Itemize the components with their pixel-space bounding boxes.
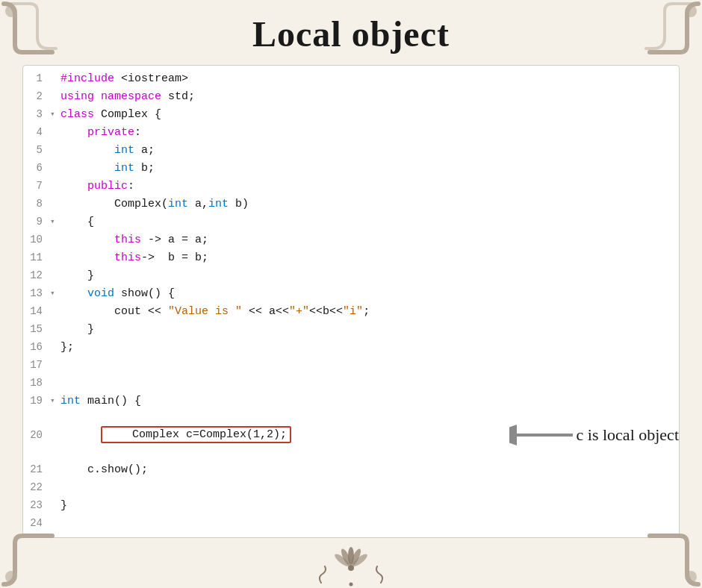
line-number: 10 — [23, 231, 50, 248]
line-number: 16 — [23, 339, 50, 356]
line-number: 7 — [23, 178, 50, 195]
line-number: 1 — [23, 70, 50, 87]
code-line-10: 10 this -> a = a; — [23, 231, 679, 249]
line-number: 15 — [23, 321, 50, 338]
corner-decoration-tr — [642, 0, 702, 60]
line-number: 4 — [23, 124, 50, 141]
line-number: 22 — [23, 479, 50, 496]
code-line-4: 4 private: — [23, 124, 679, 142]
code-line-6: 6 int b; — [23, 160, 679, 178]
page-title: Local object — [0, 0, 702, 65]
highlighted-code: Complex c=Complex(1,2); — [101, 426, 291, 443]
line-number: 23 — [23, 497, 50, 514]
code-line-20: 20 Complex c=Complex(1,2); c is local ob… — [23, 409, 679, 461]
line-number: 5 — [23, 142, 50, 159]
code-line-19: 19 ▾ int main() { — [23, 392, 679, 410]
line-number: 8 — [23, 196, 50, 213]
code-line-3: 3 ▾ class Complex { — [23, 106, 679, 124]
code-line-15: 15 } — [23, 321, 679, 339]
line-number: 12 — [23, 267, 50, 284]
code-line-22: 22 — [23, 479, 679, 497]
svg-point-2 — [5, 571, 17, 583]
code-line-24: 24 — [23, 515, 679, 533]
line-number: 20 — [23, 427, 50, 444]
annotation-label: c is local object — [577, 422, 679, 448]
code-line-1: 1 #include <iostream> — [23, 70, 679, 88]
line-number: 17 — [23, 357, 50, 374]
code-line-14: 14 cout << "Value is " << a<<"+"<<b<<"i"… — [23, 303, 679, 321]
code-line-18: 18 — [23, 375, 679, 392]
code-line-12: 12 } — [23, 267, 679, 285]
svg-point-6 — [348, 565, 354, 571]
code-line-5: 5 int a; — [23, 142, 679, 160]
code-line-23: 23 } — [23, 497, 679, 515]
line-number: 6 — [23, 160, 50, 177]
corner-decoration-br — [642, 528, 702, 588]
line-number: 13 — [23, 285, 50, 302]
code-line-11: 11 this-> b = b; — [23, 249, 679, 267]
code-line-7: 7 public: — [23, 178, 679, 196]
svg-point-12 — [350, 582, 353, 586]
corner-decoration-bl — [0, 528, 60, 588]
code-line-13: 13 ▾ void show() { — [23, 285, 679, 303]
svg-point-1 — [685, 5, 697, 17]
line-number: 19 — [23, 392, 50, 410]
code-line-8: 8 Complex(int a,int b) — [23, 196, 679, 213]
code-line-17: 17 — [23, 357, 679, 375]
code-line-16: 16 }; — [23, 339, 679, 357]
line-number: 18 — [23, 375, 50, 392]
code-line-2: 2 using namespace std; — [23, 88, 679, 106]
bottom-decoration — [0, 545, 702, 588]
corner-decoration-tl — [0, 0, 60, 60]
line-number: 14 — [23, 303, 50, 320]
svg-point-3 — [685, 571, 697, 583]
line-number: 2 — [23, 88, 50, 105]
line-number: 9 — [23, 213, 50, 231]
annotation-arrow — [509, 425, 577, 445]
line-number: 3 — [23, 106, 50, 123]
line-number: 21 — [23, 461, 50, 478]
svg-point-0 — [5, 5, 17, 17]
code-block: 1 #include <iostream> 2 using namespace … — [22, 65, 680, 538]
code-line-9: 9 ▾ { — [23, 213, 679, 231]
line-number: 11 — [23, 249, 50, 266]
code-line-21: 21 c.show(); — [23, 461, 679, 479]
